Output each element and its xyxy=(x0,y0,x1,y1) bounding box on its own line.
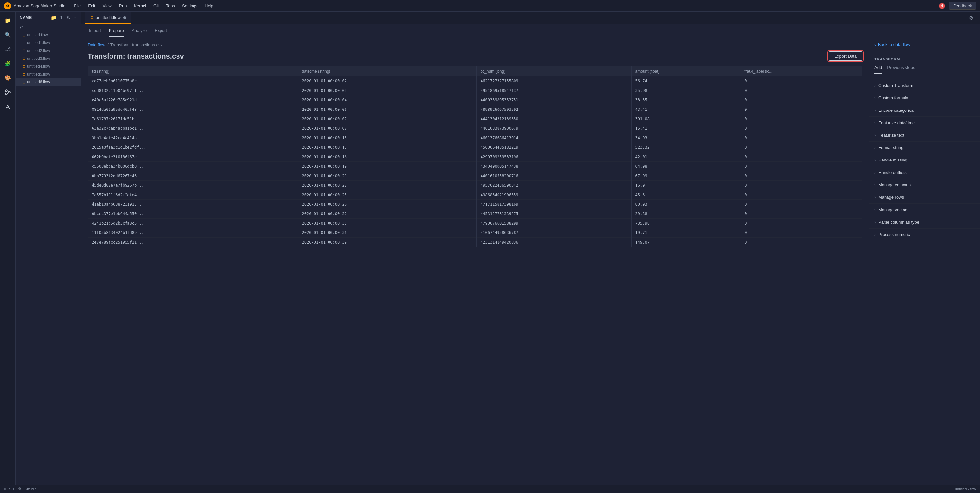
transform-item-8[interactable]: ›Manage columns xyxy=(869,179,980,191)
transform-item-6[interactable]: ›Handle missing xyxy=(869,154,980,166)
main-layout: 📁 🔍 ⎇ 🧩 🎨 Name + 📁 xyxy=(0,12,980,485)
tab-prepare[interactable]: Prepare xyxy=(109,28,124,37)
cell-16-4: 0 xyxy=(740,228,862,238)
transform-tab-add[interactable]: Add xyxy=(874,65,882,74)
transform-item-4[interactable]: ›Featurize text xyxy=(869,129,980,142)
file-item-untitled[interactable]: ⊡ untitled.flow xyxy=(16,31,81,39)
transform-item-12[interactable]: ›Process numeric xyxy=(869,229,980,241)
transform-item-11[interactable]: ›Parse column as type xyxy=(869,216,980,229)
cell-10-4: 0 xyxy=(740,171,862,181)
app-logo: ⚙ Amazon SageMaker Studio xyxy=(4,2,65,10)
sidebar-files-icon[interactable]: 📁 xyxy=(2,14,14,26)
table-row: e40c5af226e785d921d...2020-01-01 00:00:0… xyxy=(88,95,862,105)
cell-17-2: 4231314149420836 xyxy=(477,238,631,247)
file-name-4: untitled4.flow xyxy=(27,64,50,68)
sidebar-flow-icon[interactable] xyxy=(2,86,14,98)
menu-edit[interactable]: Edit xyxy=(85,2,99,10)
cell-3-2: 4898926067503592 xyxy=(477,105,631,115)
cell-9-0: c5508ebca34b008dcb0... xyxy=(88,162,298,171)
cell-7-3: 523.32 xyxy=(631,143,740,152)
transform-name-10: Manage vectors xyxy=(878,207,909,212)
file-item-untitled6[interactable]: ⊡ untitled6.flow xyxy=(16,78,81,86)
data-table-container[interactable]: tid (string) datetime (string) cc_num (l… xyxy=(88,66,862,479)
menu-help[interactable]: Help xyxy=(201,2,217,10)
transform-name-3: Featurize date/time xyxy=(878,120,915,125)
transform-name-8: Manage columns xyxy=(878,183,911,187)
back-to-data-flow[interactable]: ‹ Back to data flow xyxy=(869,37,980,52)
menu-git[interactable]: Git xyxy=(150,2,162,10)
cell-8-0: 662b9bafe3f0136f67ef... xyxy=(88,152,298,162)
cell-15-4: 0 xyxy=(740,219,862,228)
file-item-untitled3[interactable]: ⊡ untitled3.flow xyxy=(16,55,81,62)
cell-1-3: 35.98 xyxy=(631,86,740,95)
col-tid: tid (string) xyxy=(88,66,298,76)
menu-settings[interactable]: Settings xyxy=(179,2,201,10)
file-item-untitled1[interactable]: ⊡ untitled1.flow xyxy=(16,39,81,47)
menu-view[interactable]: View xyxy=(99,2,115,10)
upload-icon[interactable]: ⬆ xyxy=(59,14,64,21)
sidebar-search-icon[interactable]: 🔍 xyxy=(2,29,14,41)
transform-item-1[interactable]: ›Custom formula xyxy=(869,92,980,104)
table-row: 3bb1e4afe42cd4e414a...2020-01-01 00:00:1… xyxy=(88,134,862,143)
transform-item-5[interactable]: ›Format string xyxy=(869,142,980,154)
transform-tab-previous[interactable]: Previous steps xyxy=(887,65,915,74)
file-item-untitled5[interactable]: ⊡ untitled5.flow xyxy=(16,70,81,78)
cell-11-4: 0 xyxy=(740,181,862,190)
file-item-untitled2[interactable]: ⊡ untitled2.flow xyxy=(16,47,81,55)
breadcrumb-separator: / xyxy=(107,43,108,48)
cell-13-4: 0 xyxy=(740,200,862,209)
refresh-icon[interactable]: ↻ xyxy=(66,14,71,21)
cell-16-3: 19.71 xyxy=(631,228,740,238)
cell-6-2: 4601376686413914 xyxy=(477,134,631,143)
export-data-button[interactable]: Export Data xyxy=(829,51,862,61)
root-folder[interactable]: ▾ / xyxy=(16,24,81,31)
cell-10-1: 2020-01-01 00:00:21 xyxy=(298,171,477,181)
cell-4-4: 0 xyxy=(740,115,862,124)
svg-line-3 xyxy=(7,91,8,92)
chevron-icon-4: › xyxy=(874,133,876,138)
page-header: Transform: transactions.csv Export Data xyxy=(88,51,862,61)
cell-3-0: 8814da06a95dd40af48... xyxy=(88,105,298,115)
tab-untitled6-flow[interactable]: ⊡ untitled6.flow xyxy=(85,12,131,24)
cell-11-3: 16.9 xyxy=(631,181,740,190)
sidebar-extensions-icon[interactable]: 🧩 xyxy=(2,57,14,69)
chevron-icon-12: › xyxy=(874,232,876,237)
settings-gear-icon[interactable]: ⚙ xyxy=(966,14,976,22)
chevron-icon-11: › xyxy=(874,220,876,224)
sidebar-palette-icon[interactable]: 🎨 xyxy=(2,72,14,84)
menu-kernel[interactable]: Kernel xyxy=(130,2,150,10)
notification-badge[interactable]: 4 xyxy=(939,3,945,9)
cell-7-4: 0 xyxy=(740,143,862,152)
tab-analyze[interactable]: Analyze xyxy=(132,28,147,37)
menu-file[interactable]: File xyxy=(71,2,84,10)
col-amount: amount (float) xyxy=(631,66,740,76)
feedback-button[interactable]: Feedback xyxy=(949,2,976,10)
tab-export[interactable]: Export xyxy=(154,28,167,37)
new-file-icon[interactable]: + xyxy=(44,14,48,21)
sidebar-deploy-icon[interactable] xyxy=(2,101,14,113)
breadcrumb-link[interactable]: Data flow xyxy=(88,43,105,48)
transform-item-0[interactable]: ›Custom Transform xyxy=(869,80,980,92)
transform-item-7[interactable]: ›Handle outliers xyxy=(869,166,980,179)
file-item-untitled4[interactable]: ⊡ untitled4.flow xyxy=(16,62,81,70)
table-row: 7a557b191f6d2f2efe4f...2020-01-01 00:00:… xyxy=(88,190,862,200)
transform-item-9[interactable]: ›Manage rows xyxy=(869,191,980,204)
menu-tabs[interactable]: Tabs xyxy=(163,2,178,10)
transform-item-10[interactable]: ›Manage vectors xyxy=(869,204,980,216)
menu-run[interactable]: Run xyxy=(116,2,130,10)
sidebar-git-icon[interactable]: ⎇ xyxy=(2,43,14,55)
cell-14-4: 0 xyxy=(740,209,862,219)
transform-item-3[interactable]: ›Featurize date/time xyxy=(869,117,980,129)
cell-5-1: 2020-01-01 00:00:08 xyxy=(298,124,477,134)
tab-import[interactable]: Import xyxy=(89,28,101,37)
menu-items: File Edit View Run Kernel Git Tabs Setti… xyxy=(71,2,939,10)
table-row: d5de0d82e7a7fb9267b...2020-01-01 00:00:2… xyxy=(88,181,862,190)
cell-13-2: 4717115817398169 xyxy=(477,200,631,209)
sort-icon[interactable]: ↕ xyxy=(73,14,77,21)
new-folder-icon[interactable]: 📁 xyxy=(50,14,57,21)
transform-title: TRANSFORM xyxy=(874,57,975,61)
file-name-1: untitled1.flow xyxy=(27,41,50,45)
transform-item-2[interactable]: ›Encode categorical xyxy=(869,104,980,117)
col-ccnum: cc_num (long) xyxy=(477,66,631,76)
cell-7-0: 2015a0fea3c1d1be2fdf... xyxy=(88,143,298,152)
